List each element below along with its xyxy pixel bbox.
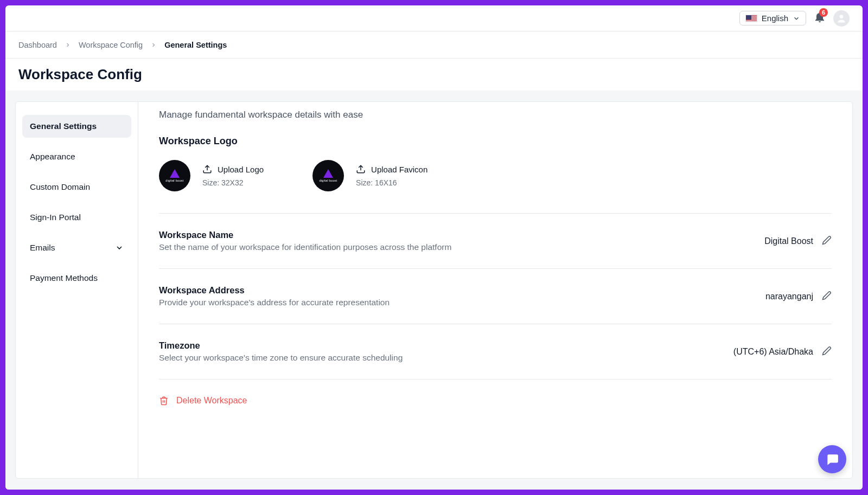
workspace-address-desc: Provide your workspace's address for acc… <box>159 298 390 307</box>
breadcrumb: Dashboard Workspace Config General Setti… <box>5 31 863 59</box>
chevron-down-icon <box>115 243 124 252</box>
timezone-value: (UTC+6) Asia/Dhaka <box>733 347 813 357</box>
notifications-button[interactable]: 6 <box>814 11 826 25</box>
sidebar-item-label: Payment Methods <box>30 273 98 283</box>
workspace-name-value: Digital Boost <box>764 236 813 246</box>
settings-sidebar: General Settings Appearance Custom Domai… <box>16 102 138 478</box>
setting-info: Workspace Address Provide your workspace… <box>159 285 390 307</box>
workspace-logo-preview: digital boost <box>159 160 190 191</box>
workspace-name-title: Workspace Name <box>159 230 451 240</box>
page-title: Workspace Config <box>18 66 850 83</box>
notifications-count-badge: 6 <box>819 8 828 17</box>
language-label: English <box>762 14 788 23</box>
upload-favicon-label: Upload Favicon <box>371 165 427 174</box>
breadcrumb-workspace-config[interactable]: Workspace Config <box>79 41 143 49</box>
trash-icon <box>159 396 169 406</box>
edit-workspace-address-button[interactable] <box>822 291 832 303</box>
sidebar-item-emails[interactable]: Emails <box>22 236 131 259</box>
favicon-brand-text: digital boost <box>319 179 337 182</box>
topbar: English 6 <box>5 5 863 31</box>
app-frame: English 6 Dashboard Workspace Config Gen… <box>5 5 863 490</box>
workspace-name-desc: Set the name of your workspace for ident… <box>159 242 451 252</box>
flame-icon <box>170 169 180 178</box>
workspace-address-value: narayanganj <box>765 292 813 301</box>
user-icon <box>836 13 847 24</box>
favicon-block: digital boost Upload Favicon Size: 16X16 <box>312 160 427 191</box>
workspace-address-row: Workspace Address Provide your workspace… <box>159 269 832 324</box>
sidebar-item-label: Sign-In Portal <box>30 213 81 222</box>
sidebar-item-sign-in-portal[interactable]: Sign-In Portal <box>22 206 131 229</box>
edit-workspace-name-button[interactable] <box>822 235 832 247</box>
edit-timezone-button[interactable] <box>822 346 832 358</box>
stage: General Settings Appearance Custom Domai… <box>5 91 863 490</box>
chevron-down-icon <box>793 15 800 22</box>
content-area[interactable]: Manage fundamental workspace details wit… <box>138 102 852 478</box>
language-picker[interactable]: English <box>739 11 806 25</box>
pencil-icon <box>822 291 832 300</box>
setting-value-block: narayanganj <box>765 291 832 303</box>
setting-info: Workspace Name Set the name of your work… <box>159 230 451 252</box>
workspace-address-title: Workspace Address <box>159 285 390 295</box>
flame-icon <box>323 169 333 178</box>
sidebar-item-label: Appearance <box>30 152 75 162</box>
logo-block: digital boost Upload Logo Size: 32X32 <box>159 160 264 191</box>
sidebar-item-general-settings[interactable]: General Settings <box>22 115 131 138</box>
sidebar-item-custom-domain[interactable]: Custom Domain <box>22 176 131 198</box>
chat-launcher-button[interactable] <box>818 445 846 473</box>
logo-row: digital boost Upload Logo Size: 32X32 <box>159 160 832 191</box>
logo-brand-text: digital boost <box>165 179 183 182</box>
delete-workspace-button[interactable]: Delete Workspace <box>159 380 832 411</box>
panel: General Settings Appearance Custom Domai… <box>15 101 853 479</box>
sidebar-item-label: Emails <box>30 243 55 253</box>
user-avatar[interactable] <box>833 10 850 27</box>
pencil-icon <box>822 235 832 245</box>
upload-logo-button[interactable]: Upload Logo <box>202 164 264 174</box>
pencil-icon <box>822 346 832 356</box>
page-title-row: Workspace Config <box>5 59 863 91</box>
breadcrumb-general-settings: General Settings <box>164 41 227 49</box>
setting-value-block: (UTC+6) Asia/Dhaka <box>733 346 832 358</box>
breadcrumb-dashboard[interactable]: Dashboard <box>18 41 57 49</box>
upload-icon <box>202 164 212 174</box>
logo-size-hint: Size: 32X32 <box>202 178 264 187</box>
timezone-title: Timezone <box>159 340 403 351</box>
sidebar-item-payment-methods[interactable]: Payment Methods <box>22 267 131 290</box>
upload-logo-label: Upload Logo <box>218 165 264 174</box>
upload-logo-meta: Upload Logo Size: 32X32 <box>202 164 264 187</box>
setting-value-block: Digital Boost <box>764 235 832 247</box>
upload-favicon-button[interactable]: Upload Favicon <box>356 164 427 174</box>
timezone-desc: Select your workspace's time zone to ens… <box>159 353 403 363</box>
svg-point-0 <box>840 15 844 18</box>
workspace-logo-heading: Workspace Logo <box>159 136 832 147</box>
sidebar-item-label: General Settings <box>30 121 97 131</box>
section-subtitle: Manage fundamental workspace details wit… <box>159 110 832 120</box>
workspace-name-row: Workspace Name Set the name of your work… <box>159 214 832 268</box>
delete-workspace-label: Delete Workspace <box>176 396 247 406</box>
us-flag-icon <box>745 15 757 22</box>
timezone-row: Timezone Select your workspace's time zo… <box>159 324 832 379</box>
setting-info: Timezone Select your workspace's time zo… <box>159 340 403 363</box>
upload-favicon-meta: Upload Favicon Size: 16X16 <box>356 164 427 187</box>
chat-icon <box>825 452 839 466</box>
chevron-right-icon <box>65 42 71 48</box>
sidebar-item-appearance[interactable]: Appearance <box>22 145 131 168</box>
workspace-favicon-preview: digital boost <box>312 160 344 191</box>
upload-icon <box>356 164 366 174</box>
chevron-right-icon <box>150 42 157 48</box>
favicon-size-hint: Size: 16X16 <box>356 178 427 187</box>
sidebar-item-label: Custom Domain <box>30 182 90 192</box>
